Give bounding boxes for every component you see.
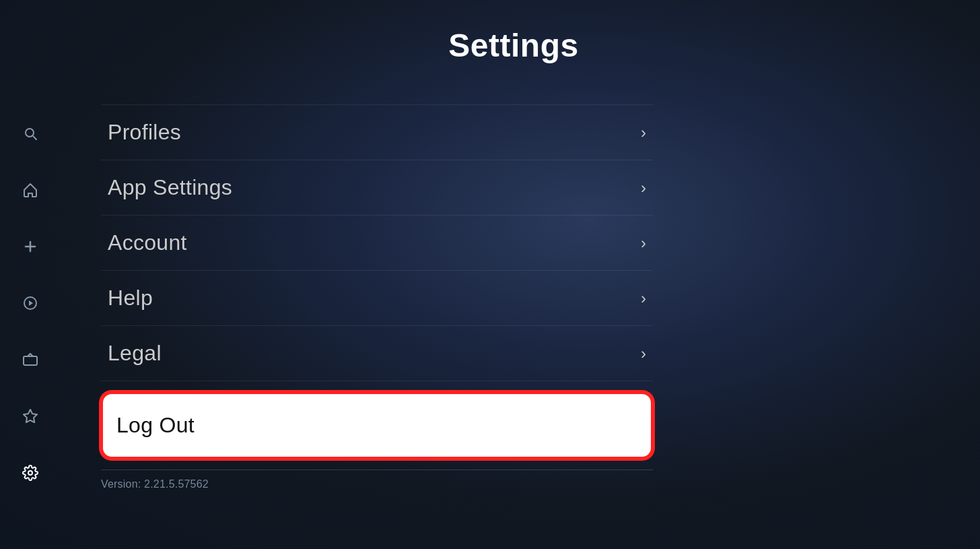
sidebar-item-favorites[interactable]	[18, 404, 42, 428]
version-text: Version: 2.21.5.57562	[101, 478, 209, 490]
logout-container: Log Out	[101, 392, 653, 459]
sidebar	[0, 0, 61, 549]
menu-item-app-settings[interactable]: App Settings›	[101, 160, 653, 216]
menu-item-help[interactable]: Help›	[101, 271, 653, 326]
sidebar-item-search[interactable]	[18, 121, 42, 146]
page-title: Settings	[101, 27, 926, 64]
sidebar-item-home[interactable]	[18, 178, 42, 202]
menu-item-account[interactable]: Account›	[101, 216, 653, 271]
chevron-right-icon-profiles: ›	[641, 123, 646, 142]
chevron-right-icon-account: ›	[641, 234, 646, 253]
menu-item-legal[interactable]: Legal›	[101, 326, 653, 381]
menu-list: Profiles›App Settings›Account›Help›Legal…	[101, 104, 653, 381]
sidebar-item-add[interactable]	[18, 234, 42, 259]
sidebar-item-settings[interactable]	[18, 461, 42, 485]
menu-item-label-legal: Legal	[108, 341, 162, 366]
sidebar-item-tv[interactable]	[18, 348, 42, 372]
chevron-right-icon-app-settings: ›	[641, 179, 646, 197]
svg-rect-2	[24, 356, 37, 365]
menu-item-profiles[interactable]: Profiles›	[101, 104, 653, 160]
chevron-right-icon-help: ›	[641, 289, 646, 308]
svg-marker-1	[29, 300, 33, 306]
main-content: Settings Profiles›App Settings›Account›H…	[61, 0, 980, 549]
chevron-right-icon-legal: ›	[641, 344, 646, 363]
logout-label: Log Out	[116, 413, 195, 438]
menu-item-label-account: Account	[108, 230, 187, 255]
menu-item-label-app-settings: App Settings	[108, 175, 232, 200]
menu-item-label-profiles: Profiles	[108, 120, 181, 145]
divider	[101, 470, 653, 470]
menu-item-label-help: Help	[108, 286, 153, 311]
logout-button[interactable]: Log Out	[101, 392, 653, 459]
sidebar-item-movies[interactable]	[18, 291, 42, 315]
svg-point-3	[28, 471, 32, 475]
